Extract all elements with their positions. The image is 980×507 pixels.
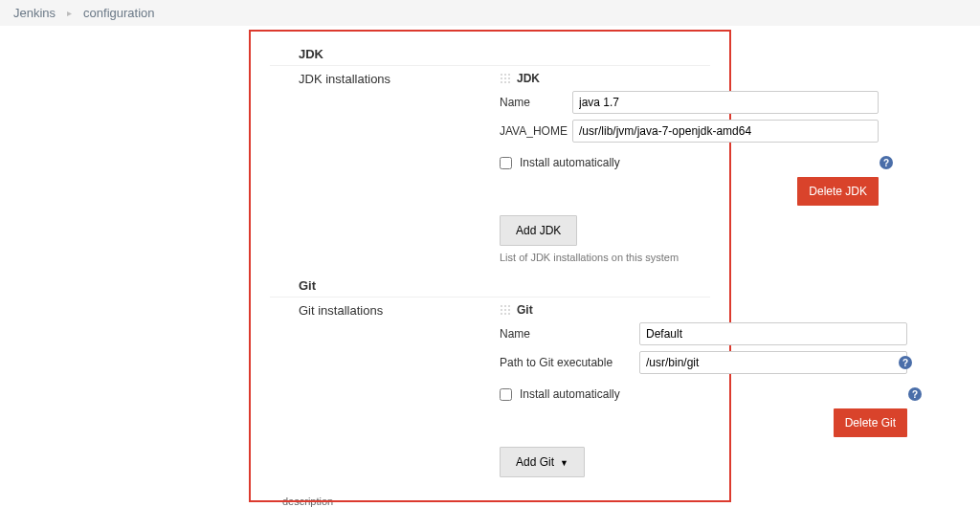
jdk-name-input[interactable] (572, 91, 879, 114)
breadcrumb-current[interactable]: configuration (83, 6, 154, 20)
help-icon[interactable]: ? (908, 387, 922, 401)
jdk-helper-text: List of JDK installations on this system (500, 252, 879, 263)
svg-point-16 (504, 313, 506, 315)
git-path-input[interactable] (639, 351, 907, 374)
jdk-section: JDK JDK installations JDK Name JAVA_HOME (270, 41, 710, 263)
svg-point-0 (501, 74, 502, 76)
chevron-right-icon: ▸ (67, 8, 72, 18)
git-name-label: Name (500, 327, 634, 341)
git-installations-label: Git installations (270, 303, 500, 481)
svg-point-12 (501, 309, 502, 311)
delete-git-button[interactable]: Delete Git (834, 408, 907, 437)
git-name-input[interactable] (639, 322, 907, 345)
jdk-home-input[interactable] (572, 120, 879, 143)
git-install-auto-checkbox[interactable] (500, 388, 512, 401)
git-path-label: Path to Git executable (500, 356, 634, 369)
svg-point-17 (508, 313, 510, 315)
jdk-tool-label: JDK (517, 72, 540, 85)
jdk-installations-label: JDK installations (270, 72, 500, 263)
svg-point-15 (501, 313, 502, 315)
grip-icon (500, 304, 511, 316)
grip-icon (500, 73, 511, 84)
svg-point-9 (501, 305, 502, 307)
svg-point-14 (508, 309, 510, 311)
config-highlight: JDK JDK installations JDK Name JAVA_HOME (249, 30, 731, 502)
svg-point-10 (504, 305, 506, 307)
svg-point-3 (501, 77, 502, 79)
jdk-home-label: JAVA_HOME (500, 124, 567, 138)
jdk-install-auto-checkbox[interactable] (500, 157, 512, 169)
help-icon[interactable]: ? (899, 356, 912, 369)
svg-point-4 (504, 77, 506, 79)
help-icon[interactable]: ? (880, 156, 893, 169)
add-git-button[interactable]: Add Git▼ (500, 447, 585, 477)
svg-point-1 (504, 74, 506, 76)
git-section-title: Git (270, 273, 710, 298)
add-jdk-button[interactable]: Add JDK (500, 215, 577, 246)
jdk-section-title: JDK (270, 41, 710, 66)
caret-down-icon: ▼ (560, 458, 568, 468)
breadcrumb: Jenkins ▸ configuration (0, 0, 980, 26)
svg-point-2 (508, 74, 510, 76)
svg-point-5 (508, 77, 510, 79)
breadcrumb-root[interactable]: Jenkins (13, 6, 56, 20)
git-tool-label: Git (517, 303, 533, 317)
jdk-name-label: Name (500, 96, 567, 109)
jdk-install-auto-label: Install automatically (520, 156, 620, 169)
svg-point-6 (501, 81, 502, 83)
svg-point-8 (508, 81, 510, 83)
svg-point-11 (508, 305, 510, 307)
svg-point-7 (504, 81, 506, 83)
svg-point-13 (504, 309, 506, 311)
git-section: Git Git installations Git Name Path to G… (270, 273, 710, 481)
delete-jdk-button[interactable]: Delete JDK (797, 177, 879, 206)
git-install-auto-label: Install automatically (520, 387, 620, 401)
